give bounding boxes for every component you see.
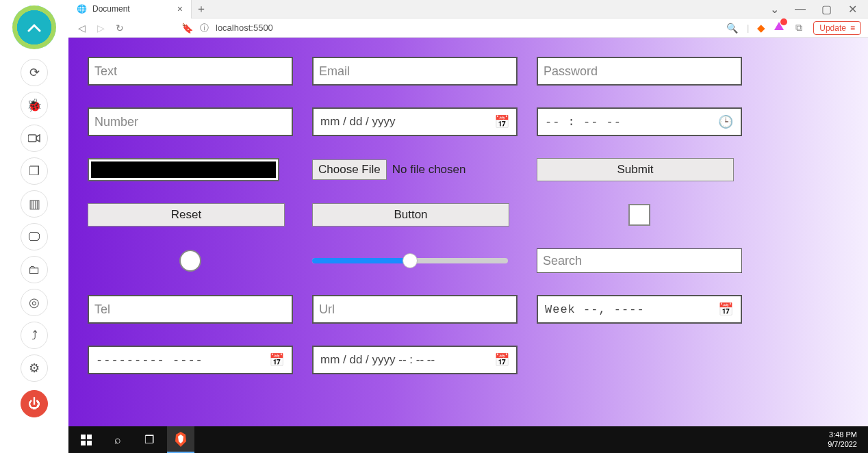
datetime-input[interactable]: mm / dd / yyyy -- : -- -- 📅 [312,346,518,374]
update-label: Update [819,23,846,33]
datetime-placeholder: mm / dd / yyyy -- : -- -- [320,353,435,367]
calendar-icon[interactable]: 📅 [494,114,509,129]
brave-rewards-icon[interactable] [774,21,784,34]
taskbar-date: 9/7/2022 [828,440,857,449]
windows-taskbar: ⌕ ❐ 3:48 PM 9/7/2022 [68,426,868,453]
search-input[interactable] [537,248,742,273]
svg-rect-2 [87,435,92,439]
color-input[interactable] [88,158,279,181]
menu-icon: ≡ [850,23,855,33]
page-content: mm / dd / yyyy 📅 -- : -- -- 🕒 Choose Fil… [68,38,868,426]
time-input[interactable]: -- : -- -- 🕒 [537,107,742,136]
date-placeholder: mm / dd / yyyy [320,115,396,129]
url-text[interactable]: localhost:5500 [216,23,273,33]
location-icon[interactable]: ◎ [21,289,48,316]
range-input[interactable] [312,258,508,263]
camera-icon[interactable] [21,125,48,152]
tab-close-icon[interactable]: × [177,3,183,14]
tab-document[interactable]: 🌐 Document × [68,0,192,18]
calendar-icon[interactable]: 📅 [494,352,509,367]
close-button[interactable]: ✕ [843,3,861,16]
chevron-down-icon[interactable]: ⌄ [765,3,783,16]
new-tab-button[interactable]: ＋ [192,0,211,18]
svg-rect-3 [81,441,86,445]
submit-button[interactable]: Submit [537,158,734,181]
generic-button[interactable]: Button [312,203,509,226]
file-status: No file chosen [392,163,466,177]
password-input[interactable] [537,57,742,86]
email-input[interactable] [312,57,518,86]
sync-icon[interactable]: ⟳ [21,59,48,86]
radio-input[interactable] [179,250,201,272]
calendar-icon[interactable]: 📅 [269,352,285,367]
color-swatch [91,161,276,178]
calendar-icon[interactable]: 📅 [718,302,734,317]
not-secure-icon[interactable]: ⓘ [200,22,209,34]
nav-reload-button[interactable]: ↻ [114,23,126,34]
reset-button[interactable]: Reset [88,203,285,226]
tab-title: Document [92,4,130,14]
dev-sidebar: ⟳ 🐞 ❐ ▥ 🖵 🗀 ◎ ⤴ ⚙ ⏻ [0,0,68,453]
dev-logo[interactable] [12,5,56,49]
upload-icon[interactable]: ⤴ [21,322,48,349]
range-fill [312,258,410,263]
svg-rect-1 [81,435,86,439]
maximize-button[interactable]: ▢ [817,3,835,16]
gear-icon[interactable]: ⚙ [21,354,48,382]
brave-shield-icon[interactable]: ◆ [757,22,765,34]
choose-file-button[interactable]: Choose File [312,159,387,180]
start-button[interactable] [73,426,100,453]
pip-icon[interactable]: ⧉ [793,22,805,34]
nav-back-button[interactable]: ◁ [75,23,88,34]
zoom-icon[interactable]: 🔍 [726,23,739,34]
month-input[interactable]: --------- ---- 📅 [88,346,293,374]
chip-icon[interactable]: ▥ [21,190,48,218]
taskbar-search-icon[interactable]: ⌕ [104,426,131,453]
nav-forward-button[interactable]: ▷ [94,23,107,34]
copy-icon[interactable]: ❐ [21,157,48,185]
taskbar-clock[interactable]: 3:48 PM 9/7/2022 [828,430,864,448]
text-input[interactable] [88,57,293,86]
power-icon[interactable]: ⏻ [21,390,48,417]
taskbar-time: 3:48 PM [828,430,857,439]
file-input[interactable]: Choose File No file chosen [312,159,465,180]
task-view-icon[interactable]: ❐ [136,426,163,453]
url-bar: ◁ ▷ ↻ 🔖 ⓘ localhost:5500 🔍 | ◆ ⧉ Update … [68,18,868,38]
range-thumb[interactable] [403,253,418,268]
minimize-button[interactable]: ― [791,3,809,16]
week-input[interactable]: Week --, ---- 📅 [537,295,742,324]
taskbar-brave-icon[interactable] [167,426,194,453]
svg-rect-4 [87,441,92,445]
svg-rect-0 [28,135,36,142]
folder-icon[interactable]: 🗀 [21,256,48,283]
bookmark-icon[interactable]: 🔖 [181,23,193,34]
clock-icon[interactable]: 🕒 [718,114,734,129]
time-placeholder: -- : -- -- [545,116,622,129]
week-placeholder: Week --, ---- [545,303,645,316]
update-button[interactable]: Update ≡ [813,21,861,35]
month-placeholder: --------- ---- [96,354,203,367]
tel-input[interactable] [88,295,293,324]
number-input[interactable] [88,107,293,136]
tab-bar: 🌐 Document × ＋ ⌄ ― ▢ ✕ [68,0,868,18]
bug-icon[interactable]: 🐞 [21,92,48,119]
monitor-icon[interactable]: 🖵 [21,223,48,250]
checkbox-input[interactable] [628,204,650,226]
globe-icon: 🌐 [77,4,87,14]
url-input[interactable] [312,295,518,324]
date-input[interactable]: mm / dd / yyyy 📅 [312,107,518,136]
browser-window: 🌐 Document × ＋ ⌄ ― ▢ ✕ ◁ ▷ ↻ 🔖 ⓘ localho… [68,0,868,453]
